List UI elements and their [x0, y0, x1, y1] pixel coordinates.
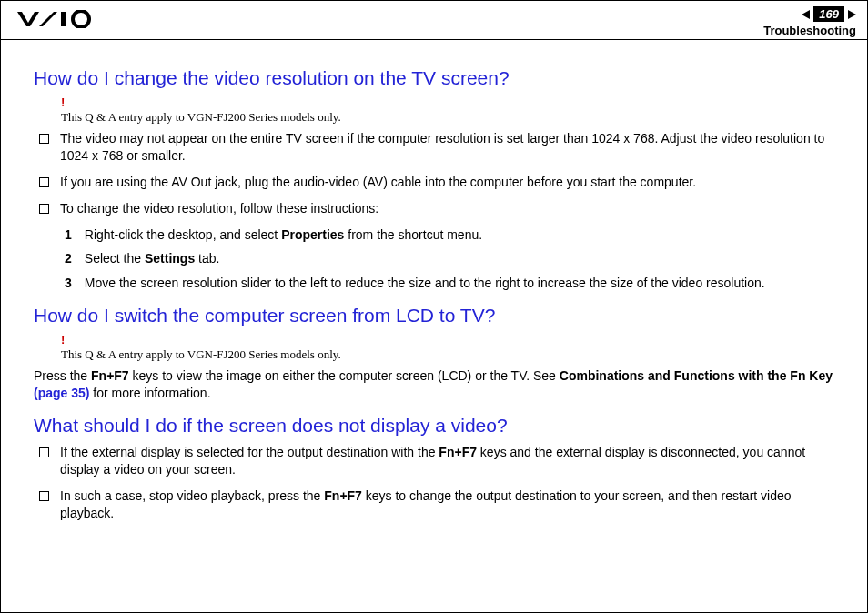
- step-text: Move the screen resolution slider to the…: [85, 275, 765, 292]
- q1-note-text: This Q & A entry apply to VGN-FJ200 Seri…: [61, 110, 341, 124]
- svg-point-1: [73, 11, 89, 27]
- q1-bullets: The video may not appear on the entire T…: [34, 130, 834, 217]
- bullet-icon: [39, 177, 49, 187]
- page-number: 169: [813, 6, 844, 22]
- q2-heading: How do I switch the computer screen from…: [34, 305, 834, 327]
- page-header: 169 Troubleshooting: [1, 1, 867, 40]
- q3-heading: What should I do if the screen does not …: [34, 415, 834, 437]
- q2-paragraph: Press the Fn+F7 keys to view the image o…: [34, 367, 834, 402]
- step-number: 2: [65, 250, 72, 267]
- svg-rect-0: [61, 12, 66, 26]
- step-item: 3Move the screen resolution slider to th…: [65, 275, 834, 292]
- step-number: 3: [65, 275, 72, 292]
- list-item: If the external display is selected for …: [34, 444, 834, 478]
- page-content: How do I change the video resolution on …: [1, 40, 867, 522]
- bullet-icon: [39, 491, 49, 501]
- warning-icon: !: [61, 334, 834, 346]
- page-nav: 169: [763, 6, 856, 22]
- step-text: Right-click the desktop, and select Prop…: [85, 226, 482, 244]
- q2-note: ! This Q & A entry apply to VGN-FJ200 Se…: [61, 334, 834, 362]
- list-item: In such a case, stop video playback, pre…: [34, 487, 834, 522]
- list-item: If you are using the AV Out jack, plug t…: [34, 174, 834, 191]
- header-right: 169 Troubleshooting: [763, 6, 856, 37]
- bullet-text: If the external display is selected for …: [60, 444, 834, 478]
- bullet-text: The video may not appear on the entire T…: [60, 130, 834, 165]
- step-number: 1: [65, 226, 72, 244]
- q2-note-text: This Q & A entry apply to VGN-FJ200 Seri…: [61, 347, 341, 361]
- q3-bullets: If the external display is selected for …: [34, 444, 834, 522]
- step-item: 2Select the Settings tab.: [65, 250, 834, 267]
- bullet-text: To change the video resolution, follow t…: [60, 200, 378, 217]
- vaio-logo: [17, 6, 103, 28]
- list-item: To change the video resolution, follow t…: [34, 200, 834, 217]
- warning-icon: !: [61, 96, 834, 108]
- list-item: The video may not appear on the entire T…: [34, 130, 834, 165]
- section-label: Troubleshooting: [763, 24, 856, 37]
- bullet-text: If you are using the AV Out jack, plug t…: [60, 174, 696, 191]
- prev-page-arrow-icon[interactable]: [802, 10, 810, 19]
- bullet-icon: [39, 204, 49, 214]
- step-text: Select the Settings tab.: [85, 250, 220, 267]
- bullet-icon: [39, 134, 49, 144]
- step-item: 1Right-click the desktop, and select Pro…: [65, 226, 834, 244]
- next-page-arrow-icon[interactable]: [848, 10, 856, 19]
- bullet-icon: [39, 447, 49, 457]
- q1-note: ! This Q & A entry apply to VGN-FJ200 Se…: [61, 96, 834, 125]
- q1-heading: How do I change the video resolution on …: [34, 67, 834, 89]
- bullet-text: In such a case, stop video playback, pre…: [60, 487, 834, 522]
- page-link[interactable]: (page 35): [34, 386, 89, 400]
- q1-steps: 1Right-click the desktop, and select Pro…: [65, 226, 834, 293]
